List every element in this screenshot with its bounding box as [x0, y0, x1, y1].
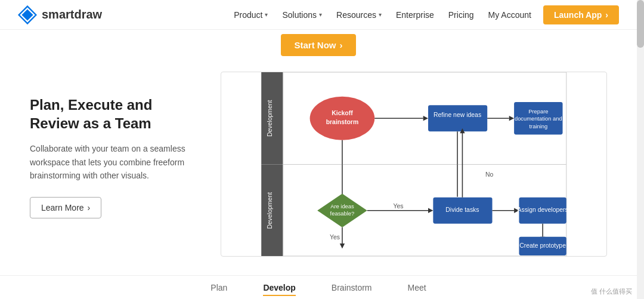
svg-text:Refine new ideas: Refine new ideas — [434, 112, 481, 118]
learn-more-button[interactable]: Learn More › — [30, 197, 101, 218]
tab-develop[interactable]: Develop — [263, 280, 295, 295]
navbar: smartdraw Product ▾ Solutions ▾ Resource… — [0, 0, 637, 30]
svg-text:Development: Development — [267, 192, 273, 229]
svg-text:Are ideas: Are ideas — [330, 203, 354, 209]
tab-plan[interactable]: Plan — [210, 280, 227, 295]
tab-brainstorm[interactable]: Brainstorm — [332, 280, 372, 295]
nav-product[interactable]: Product ▾ — [234, 10, 268, 20]
svg-text:feasable?: feasable? — [330, 210, 355, 217]
svg-text:Kickoff: Kickoff — [332, 110, 353, 116]
nav-resources[interactable]: Resources ▾ — [336, 10, 382, 20]
svg-marker-12 — [423, 116, 428, 121]
bottom-tabs: Plan Develop Brainstorm Meet — [0, 275, 637, 299]
main-content: Plan, Execute and Review as a Team Colla… — [0, 60, 637, 275]
nav-enterprise[interactable]: Enterprise — [396, 10, 434, 20]
svg-text:Yes: Yes — [330, 234, 340, 241]
scrollbar-thumb[interactable] — [637, 0, 644, 48]
nav-pricing[interactable]: Pricing — [448, 10, 474, 20]
logo-icon — [18, 5, 37, 24]
start-now-button[interactable]: Start Now › — [281, 34, 355, 56]
svg-marker-16 — [509, 116, 514, 121]
arrow-right-icon: › — [340, 40, 343, 50]
tab-meet[interactable]: Meet — [408, 280, 426, 295]
svg-text:brainstorm: brainstorm — [326, 119, 359, 125]
launch-app-button[interactable]: Launch App › — [543, 5, 619, 24]
svg-text:documentation and: documentation and — [515, 115, 562, 122]
logo[interactable]: smartdraw — [18, 5, 102, 24]
svg-text:Yes: Yes — [393, 203, 403, 209]
watermark: 值 什么值得买 — [591, 287, 632, 296]
svg-text:Divide tasks: Divide tasks — [445, 206, 479, 213]
section-description: Collaborate with your team on a seamless… — [30, 142, 197, 182]
logo-text: smartdraw — [42, 8, 102, 21]
scrollbar[interactable] — [637, 0, 644, 299]
svg-text:Create prototype: Create prototype — [519, 242, 566, 249]
nav-my-account[interactable]: My Account — [488, 10, 531, 20]
svg-marker-31 — [428, 208, 433, 213]
svg-text:Development: Development — [267, 100, 273, 137]
arrow-right-icon: › — [88, 203, 91, 212]
svg-text:Prepare: Prepare — [528, 108, 548, 115]
chevron-down-icon: ▾ — [319, 11, 322, 18]
svg-text:training: training — [529, 123, 547, 130]
nav-links: Product ▾ Solutions ▾ Resources ▾ Enterp… — [234, 10, 531, 20]
nav-solutions[interactable]: Solutions ▾ — [282, 10, 322, 20]
svg-marker-44 — [340, 243, 345, 248]
chevron-down-icon: ▾ — [379, 11, 382, 18]
diagram-container: Development Development Kickoff brainsto… — [221, 72, 607, 257]
chevron-down-icon: ▾ — [265, 11, 268, 18]
svg-rect-13 — [428, 105, 487, 131]
section-heading: Plan, Execute and Review as a Team — [30, 95, 197, 132]
svg-text:No: No — [485, 171, 494, 178]
left-panel: Plan, Execute and Review as a Team Colla… — [30, 72, 197, 218]
svg-text:Assign developers: Assign developers — [517, 206, 568, 213]
start-now-area: Start Now › — [0, 30, 637, 60]
arrow-right-icon: › — [605, 10, 608, 20]
flowchart-diagram: Development Development Kickoff brainsto… — [221, 72, 606, 256]
